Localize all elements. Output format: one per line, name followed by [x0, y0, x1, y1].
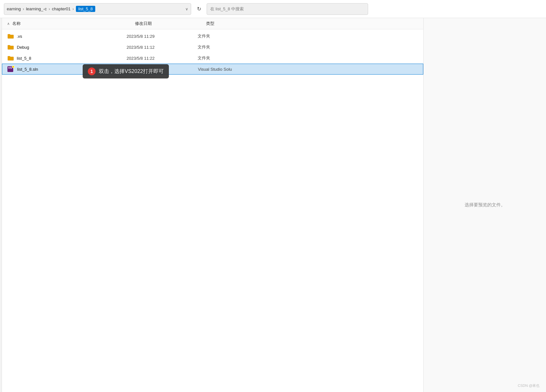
- breadcrumb-sep-3: ›: [73, 7, 74, 11]
- watermark: CSDN @蒋也: [518, 383, 540, 388]
- tooltip-badge: 1: [88, 67, 96, 75]
- preview-empty-text: 选择要预览的文件。: [465, 202, 505, 208]
- main-container: ∧ 名称 修改日期 类型 .vs 2023/5/8 11:29 文件夹: [0, 18, 546, 392]
- column-date-header: 修改日期: [135, 21, 206, 26]
- column-type-header: 类型: [206, 21, 271, 26]
- breadcrumb-sep-2: ›: [49, 7, 50, 11]
- file-type: 文件夹: [198, 33, 262, 39]
- refresh-button[interactable]: ↻: [194, 4, 204, 14]
- folder-icon: [7, 55, 14, 62]
- file-date: 2023/5/8 11:22: [127, 56, 198, 61]
- file-type: Visual Studio Solu: [198, 67, 263, 72]
- chevron-down-icon[interactable]: ∨: [185, 7, 188, 11]
- column-headers: ∧ 名称 修改日期 类型: [2, 18, 423, 29]
- file-type: 文件夹: [198, 44, 262, 50]
- file-name: .vs: [17, 34, 127, 39]
- file-date: 2023/5/8 11:29: [127, 34, 198, 39]
- column-name-header: 名称: [12, 21, 135, 26]
- breadcrumb-learning[interactable]: earning: [7, 6, 21, 11]
- file-row-selected[interactable]: VS list_5_8.sln 2023/5/8 10:00 Visual St…: [2, 64, 423, 75]
- file-list: .vs 2023/5/8 11:29 文件夹 Debug 2023/5/8 11…: [2, 29, 423, 76]
- search-input[interactable]: [210, 6, 365, 11]
- address-bar: earning › learning_-c › chapter01 › list…: [0, 0, 546, 18]
- file-date: 2023/5/8 11:12: [127, 45, 198, 50]
- breadcrumb[interactable]: earning › learning_-c › chapter01 › list…: [4, 3, 191, 15]
- breadcrumb-chapter01[interactable]: chapter01: [52, 6, 71, 11]
- tooltip-callout: 1 双击，选择VS2022打开即可: [83, 64, 169, 78]
- sort-up-icon[interactable]: ∧: [7, 22, 10, 26]
- file-type: 文件夹: [198, 55, 262, 61]
- breadcrumb-learning-c[interactable]: learning_-c: [26, 6, 46, 11]
- folder-icon: [7, 44, 14, 51]
- file-row[interactable]: .vs 2023/5/8 11:29 文件夹: [2, 31, 423, 42]
- tooltip-text: 双击，选择VS2022打开即可: [99, 68, 164, 75]
- folder-icon: [7, 33, 14, 40]
- file-row[interactable]: list_5_8 2023/5/8 11:22 文件夹: [2, 53, 423, 64]
- file-name: list_5_8: [17, 56, 127, 61]
- file-area: ∧ 名称 修改日期 类型 .vs 2023/5/8 11:29 文件夹: [2, 18, 423, 392]
- file-name: Debug: [17, 45, 127, 50]
- vs-sln-icon: VS: [7, 66, 15, 73]
- breadcrumb-current[interactable]: list_5_8: [76, 6, 96, 12]
- search-box[interactable]: [207, 3, 368, 15]
- file-row[interactable]: Debug 2023/5/8 11:12 文件夹: [2, 42, 423, 53]
- breadcrumb-sep-1: ›: [23, 7, 24, 11]
- preview-panel: 选择要预览的文件。: [423, 18, 546, 392]
